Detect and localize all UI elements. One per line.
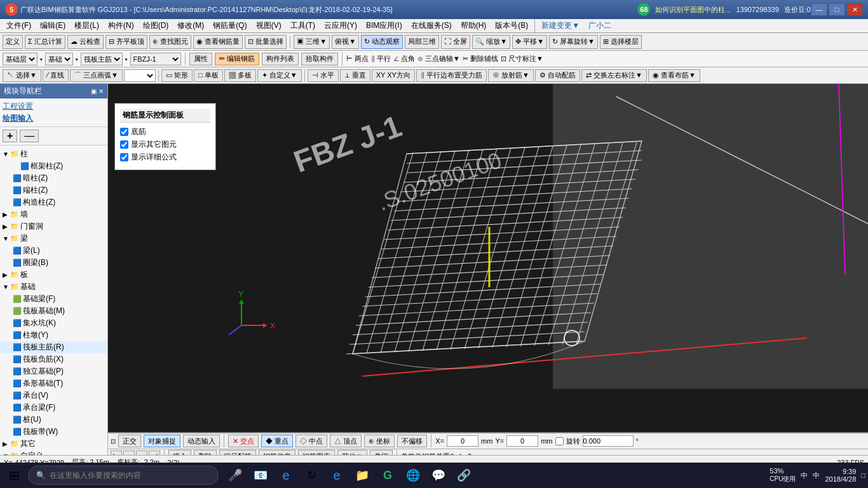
tree-item-isolated[interactable]: 🟦 独立基础(P) [0,365,107,377]
no-offset-btn[interactable]: 不偏移 [397,435,427,447]
taskbar-app-folder[interactable]: 📁 [351,464,374,487]
x-input[interactable] [447,435,478,447]
intersect-btn[interactable]: ✕ 交点 [228,435,259,447]
tree-item-pedestal[interactable]: 🟦 柱墩(Y) [0,329,107,341]
toolbar-find[interactable]: ⊕ 查找图元 [149,35,191,49]
prop-btn[interactable]: 属性 [189,53,212,65]
check-bottom-rebar[interactable]: 底筋 [120,126,210,137]
menu-tools[interactable]: 工具(T) [287,19,319,32]
menu-draw[interactable]: 绘图(D) [139,19,173,32]
add-btn[interactable]: + [3,130,17,142]
tree-item-frame-col[interactable]: 🟦 框架柱(Z) [0,160,107,172]
tree-item-col[interactable]: ▼ 📁 柱 [0,148,107,160]
select-btn[interactable]: ↖ 选择▼ [3,69,41,82]
menu-bim[interactable]: BIM应用(I) [362,19,406,32]
tree-item-raft-strip[interactable]: 🟦 筏板带(W) [0,426,107,438]
menu-help[interactable]: 帮助(H) [457,19,491,32]
horizontal-btn[interactable]: ⊣ 水平 [308,69,339,82]
minimize-button[interactable]: — [811,3,827,16]
menu-modify[interactable]: 修改(M) [173,19,208,32]
tree-item-sump[interactable]: 🟦 集水坑(K) [0,317,107,329]
toolbar-pan[interactable]: ✥ 平移▼ [512,35,547,49]
toolbar-zoom[interactable]: 🔍 缩放▼ [472,35,510,49]
taskbar-app-edge[interactable]: e [275,464,297,487]
tree-item-slab[interactable]: ▶ 📁 板 [0,269,107,281]
edit-rebar-btn[interactable]: ✏ 编辑钢筋 [215,53,259,65]
canvas-area[interactable]: FBZ J-1 .S.02500100 X Y 钢筋显示控制面板 [108,84,868,432]
menu-new-change[interactable]: 新建变更▼ [538,19,583,32]
tree-item-cap-beam[interactable]: 🟦 承台梁(F) [0,402,107,414]
check-bottom-rebar-input[interactable] [120,128,128,136]
menu-component[interactable]: 构件(N) [104,19,138,32]
type-select[interactable]: 基础 [45,53,73,65]
subtype-select[interactable]: 筏板主筋 [81,53,123,65]
view-layout-btn[interactable]: ◉ 查看布筋▼ [648,69,700,82]
tree-item-dark-col[interactable]: 🟦 暗柱(Z) [0,172,107,184]
coord-btn[interactable]: ⊕ 坐标 [364,435,395,447]
snap-btn[interactable]: 对象捕捉 [144,435,180,447]
midpoint-btn[interactable]: ◆ 重点 [261,435,293,447]
y-input[interactable] [506,435,538,447]
check-detail-formula[interactable]: 显示详细公式 [120,152,210,163]
sidebar-draw-input[interactable]: 绘图输入 [3,113,105,124]
menu-rebar-qty[interactable]: 钢筋量(Q) [209,19,250,32]
toolbar-align-top[interactable]: ⊟ 齐平板顶 [105,35,147,49]
menu-file[interactable]: 文件(F) [3,19,35,32]
toolbar-batch-select[interactable]: ⊡ 批量选择 [245,35,287,49]
toolbar-view-rebar[interactable]: ◉ 查看钢筋量 [193,35,243,49]
tree-item-others[interactable]: ▶ 📁 其它 [0,438,107,450]
others-toggle[interactable]: ▶ [3,440,10,447]
wall-toggle[interactable]: ▶ [3,211,10,218]
swap-label-btn[interactable]: ⇄ 交换左右标注▼ [581,69,647,82]
single-slab-btn[interactable]: □ 单板 [194,69,223,82]
toolbar-select-floor[interactable]: ⊞ 选择楼层 [600,35,642,49]
component-list-btn[interactable]: 构件列表 [262,53,299,65]
rotate-checkbox[interactable] [555,437,564,445]
menu-cloud[interactable]: 云应用(Y) [320,19,361,32]
tree-item-raft-neg[interactable]: 🟦 筏板负筋(X) [0,353,107,365]
window-controls[interactable]: — □ ✕ [811,3,863,16]
auto-config-btn[interactable]: ⚙ 自动配筋 [535,69,580,82]
parallel-edge-btn[interactable]: ∥ 平行边布置受力筋 [416,69,487,82]
toolbar-calc[interactable]: Σ 汇总计算 [25,35,65,49]
foundation-toggle[interactable]: ▼ [3,283,10,290]
toolbar-3d[interactable]: ▣ 三维▼ [294,35,330,49]
toolbar-cloud-check[interactable]: ☁ 云检查 [67,35,104,49]
menu-edit[interactable]: 编辑(E) [36,19,69,32]
menu-version[interactable]: 版本号(B) [491,19,532,32]
layer-select[interactable]: 基础层 [3,53,37,65]
tree-item-end-col[interactable]: 🟦 端柱(Z) [0,184,107,196]
taskbar-app-mic[interactable]: 🎤 [224,464,247,487]
sidebar-project-settings[interactable]: 工程设置 [3,101,105,112]
toolbar-screen-rotate[interactable]: ↻ 屏幕旋转▼ [549,35,598,49]
check-other-elements[interactable]: 显示其它图元 [120,139,210,150]
tree-item-cap[interactable]: 🟦 承台(V) [0,390,107,402]
line-btn[interactable]: ∕ 直线 [43,69,69,82]
taskbar-app-globe[interactable]: 🌐 [402,464,424,487]
taskbar-app-mail1[interactable]: 📧 [249,464,272,487]
arc-btn[interactable]: ⌒ 三点画弧▼ [70,69,123,82]
menu-online[interactable]: 在线服务(S) [407,19,456,32]
menu-guangxiao[interactable]: 广小二 [585,19,615,32]
rect-btn[interactable]: ▭ 矩形 [161,69,193,82]
taskbar-app-ie[interactable]: e [325,464,348,487]
tree-item-raft-main[interactable]: 🟦 筏板主筋(R) [0,341,107,353]
slab-toggle[interactable]: ▶ [3,271,10,278]
orthogonal-btn[interactable]: 正交 [118,435,141,447]
window-toggle[interactable]: ▶ [3,223,10,230]
maximize-button[interactable]: □ [829,3,845,16]
windows-start-button[interactable]: ⊞ [3,464,25,487]
input-method[interactable]: 中 [801,471,808,480]
tree-item-beam-l[interactable]: 🟦 梁(L) [0,245,107,257]
taskbar-app-refresh[interactable]: ↻ [300,464,323,487]
taskbar-app-chat[interactable]: 💬 [427,464,450,487]
beam-toggle[interactable]: ▼ [3,235,10,242]
taskbar-search[interactable]: 🔍 在这里输入你要搜索的内容 [28,466,219,485]
tree-item-foundation[interactable]: ▼ 📁 基础 [0,281,107,293]
tree-item-raft[interactable]: 🟩 筏板基础(M) [0,305,107,317]
tree-item-found-beam[interactable]: 🟩 基础梁(F) [0,293,107,305]
toolbar-top-view[interactable]: 俯视▼ [332,35,359,49]
taskbar-app-connect[interactable]: 🔗 [452,464,475,487]
tree-item-beam[interactable]: ▼ 📁 梁 [0,233,107,245]
code-select[interactable]: FBZJ-1 [130,53,181,65]
